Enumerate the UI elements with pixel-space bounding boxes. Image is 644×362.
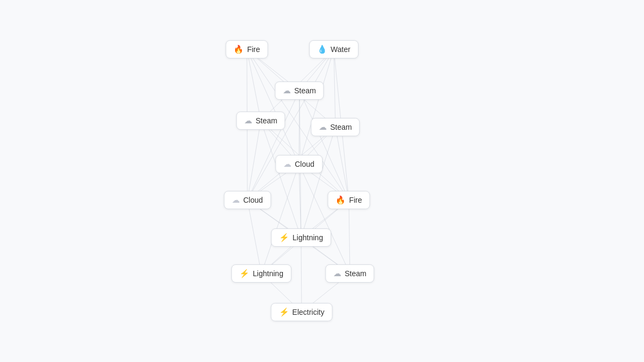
node-icon-cloud1: ☁ — [283, 159, 291, 169]
node-icon-steam3: ☁ — [319, 122, 327, 132]
node-icon-steam1: ☁ — [283, 86, 291, 95]
node-label-water1: Water — [331, 45, 350, 54]
node-label-cloud1: Cloud — [295, 160, 314, 168]
svg-line-3 — [247, 49, 299, 164]
node-water1[interactable]: 💧Water — [309, 40, 358, 58]
node-fire2[interactable]: 🔥Fire — [327, 191, 370, 209]
node-label-fire2: Fire — [349, 196, 362, 204]
node-steam1[interactable]: ☁Steam — [275, 82, 324, 100]
node-icon-fire2: 🔥 — [335, 195, 346, 205]
node-label-steam1: Steam — [294, 86, 316, 95]
svg-line-8 — [334, 49, 335, 127]
node-icon-electricity1: ⚡ — [279, 307, 289, 317]
node-steam3[interactable]: ☁Steam — [311, 118, 360, 136]
node-electricity1[interactable]: ⚡Electricity — [271, 303, 333, 321]
node-lightning2[interactable]: ⚡Lightning — [231, 264, 291, 283]
node-label-lightning1: Lightning — [292, 233, 323, 242]
node-label-steam4: Steam — [345, 269, 366, 278]
node-icon-steam4: ☁ — [333, 269, 341, 278]
node-lightning1[interactable]: ⚡Lightning — [271, 228, 331, 247]
svg-line-26 — [299, 164, 301, 238]
graph-container: 🔥Fire💧Water☁Steam☁Steam☁Steam☁Cloud☁Clou… — [0, 0, 644, 362]
svg-line-13 — [247, 91, 299, 200]
node-label-steam3: Steam — [330, 123, 352, 131]
node-icon-steam2: ☁ — [244, 116, 252, 125]
node-icon-fire1: 🔥 — [233, 45, 244, 54]
svg-line-37 — [301, 238, 302, 312]
node-cloud2[interactable]: ☁Cloud — [224, 191, 271, 209]
svg-line-28 — [299, 164, 350, 274]
node-label-fire1: Fire — [247, 45, 260, 54]
svg-line-34 — [349, 200, 350, 274]
node-icon-water1: 💧 — [317, 45, 327, 54]
svg-line-23 — [301, 127, 335, 238]
node-icon-cloud2: ☁ — [232, 195, 240, 205]
svg-line-12 — [299, 91, 299, 164]
svg-line-30 — [247, 200, 261, 274]
node-icon-lightning2: ⚡ — [239, 269, 250, 278]
svg-line-14 — [299, 91, 349, 200]
node-label-electricity1: Electricity — [292, 308, 325, 316]
svg-line-1 — [247, 49, 261, 121]
node-label-lightning2: Lightning — [253, 269, 283, 278]
svg-line-17 — [247, 121, 261, 200]
node-label-steam2: Steam — [255, 116, 277, 125]
node-steam4[interactable]: ☁Steam — [325, 264, 374, 283]
svg-line-9 — [299, 49, 334, 164]
node-label-cloud2: Cloud — [243, 196, 263, 204]
node-steam2[interactable]: ☁Steam — [236, 112, 285, 130]
svg-line-27 — [261, 164, 299, 274]
svg-line-19 — [261, 121, 301, 238]
svg-line-22 — [335, 127, 349, 200]
node-cloud1[interactable]: ☁Cloud — [275, 155, 323, 173]
node-icon-lightning1: ⚡ — [279, 233, 289, 242]
node-fire1[interactable]: 🔥Fire — [225, 40, 268, 58]
